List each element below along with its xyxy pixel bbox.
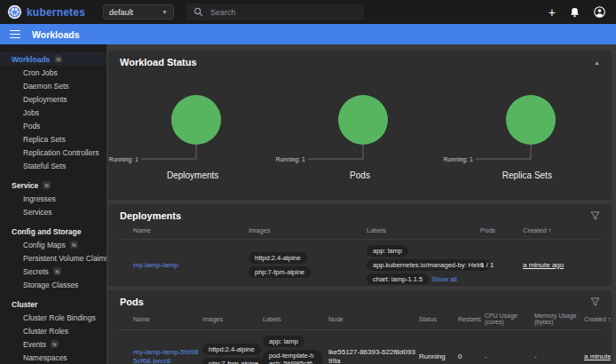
col-cpu-usage[interactable]: CPU Usage (cores) — [483, 308, 533, 329]
image-chip: httpd:2.4-alpine — [202, 344, 261, 355]
image-chip: php:7-fpm-alpine — [249, 266, 311, 278]
image-chip: php:7-fpm-alpine — [202, 358, 265, 364]
sidebar-item-cluster-roles[interactable]: Cluster Roles — [0, 324, 107, 337]
col-name[interactable]: Name — [131, 222, 247, 239]
collapse-icon[interactable]: ▲ — [594, 59, 600, 66]
namespaced-badge: N — [51, 340, 59, 348]
app-bar: Workloads — [0, 24, 616, 44]
menu-toggle-button[interactable] — [10, 30, 20, 39]
pods-running-label: Running: 1 — [276, 156, 305, 163]
sort-asc-icon: ↑ — [549, 226, 552, 234]
col-images[interactable]: Images — [201, 312, 261, 327]
col-name[interactable]: Name — [131, 312, 201, 327]
created-time: a minute ago — [521, 257, 602, 273]
image-chip: httpd:2.4-alpine — [249, 252, 307, 264]
label-chip: app.kubernetes.io/managed-by: Helm — [367, 259, 490, 271]
sidebar-item-events[interactable]: Events N — [0, 337, 107, 351]
pods-table-header: Name Images Labels Node Status Restarts … — [118, 308, 602, 330]
top-bar: kubernetes default ▼ + — [0, 0, 616, 24]
pods-card-title: Pods — [120, 297, 144, 307]
bell-icon — [570, 7, 580, 18]
sidebar-item-replication-controllers[interactable]: Replication Controllers — [0, 146, 107, 159]
pod-restarts: 0 — [456, 349, 483, 364]
deployments-status-chart: Running: 1 Deployments — [109, 70, 276, 180]
sidebar-item-service[interactable]: Service N — [0, 178, 107, 192]
show-all-labels-link[interactable]: Show all — [431, 275, 456, 283]
pod-memory-usage: - — [533, 349, 582, 364]
col-created[interactable]: Created ↑ — [582, 311, 611, 328]
search-icon — [193, 7, 203, 17]
label-chip: pod-template-hash: 5fd985cf68 — [263, 350, 322, 364]
sidebar-item-services[interactable]: Services — [0, 205, 107, 218]
pods-ratio: 1 / 1 — [478, 257, 521, 273]
col-node[interactable]: Node — [327, 312, 417, 327]
pods-status-chart: Running: 1 Pods — [276, 70, 443, 180]
sidebar-item-workloads[interactable]: Workloads N — [0, 52, 107, 66]
filter-icon[interactable] — [590, 211, 600, 220]
replica-sets-pie — [506, 95, 556, 145]
create-resource-button[interactable]: + — [549, 7, 556, 18]
pods-pie — [338, 95, 388, 145]
col-created[interactable]: Created ↑ — [521, 222, 602, 239]
notifications-button[interactable] — [570, 7, 580, 18]
pods-card: Pods Name Images Labels Node Status Rest… — [109, 290, 611, 364]
user-icon — [594, 6, 605, 18]
account-button[interactable] — [594, 6, 605, 18]
sidebar-section-cluster[interactable]: Cluster — [0, 297, 107, 311]
plus-icon: + — [549, 7, 556, 18]
sidebar-item-jobs[interactable]: Jobs — [0, 106, 107, 119]
sidebar-item-secrets[interactable]: Secrets N — [0, 265, 107, 278]
col-labels[interactable]: Labels — [261, 312, 327, 327]
replica-sets-running-label: Running: 1 — [444, 156, 473, 163]
deployments-card: Deployments Name Images Labels Pods Crea… — [109, 204, 611, 284]
main-content: Workload Status ▲ Running: 1 Deployments — [107, 44, 616, 364]
deployments-running-label: Running: 1 — [109, 156, 138, 163]
sidebar-item-persistent-volume-claims[interactable]: Persistent Volume Claims N — [0, 251, 107, 265]
col-memory-usage[interactable]: Memory Usage (bytes) — [533, 308, 582, 329]
col-status[interactable]: Status — [417, 312, 456, 327]
deployment-table-row[interactable]: my-lamp-lamp httpd:2.4-alpine php:7-fpm-… — [118, 240, 602, 284]
filter-icon[interactable] — [590, 297, 600, 306]
col-pods[interactable]: Pods — [478, 222, 521, 239]
sidebar-item-deployments[interactable]: Deployments — [0, 92, 107, 106]
search-box[interactable] — [186, 4, 364, 20]
pod-table-row[interactable]: my-lamp-lamp-5fd985cf68-jwvz8 httpd:2.4-… — [118, 330, 602, 364]
sidebar-item-config-maps[interactable]: Config Maps N — [0, 238, 107, 251]
workload-status-card: Workload Status ▲ Running: 1 Deployments — [109, 51, 611, 198]
label-chip: app: lamp — [263, 336, 304, 347]
sidebar-item-cron-jobs[interactable]: Cron Jobs — [0, 66, 107, 79]
workload-status-title: Workload Status — [120, 57, 197, 67]
pods-chart-title: Pods — [350, 170, 370, 180]
sidebar-item-stateful-sets[interactable]: Stateful Sets — [0, 159, 107, 172]
namespaced-badge: N — [43, 181, 51, 189]
sidebar-item-ingresses[interactable]: Ingresses — [0, 192, 107, 205]
col-restarts[interactable]: Restarts — [456, 312, 483, 327]
sidebar-section-config-and-storage[interactable]: Config and Storage — [0, 225, 107, 238]
sidebar-item-pods[interactable]: Pods — [0, 119, 107, 132]
kubernetes-logo-icon — [7, 4, 22, 20]
page-title: Workloads — [32, 29, 79, 40]
node-name: lke55127-86393-622f8d09399a — [327, 344, 417, 364]
sidebar-item-storage-classes[interactable]: Storage Classes — [0, 278, 107, 291]
search-input[interactable] — [210, 8, 344, 17]
label-chip: chart: lamp-1.1.5 — [367, 273, 429, 285]
namespace-selector[interactable]: default ▼ — [103, 4, 174, 20]
pod-cpu-usage: - — [483, 349, 533, 364]
created-time: a minute ago — [582, 349, 611, 364]
deployment-name-link[interactable]: my-lamp-lamp — [133, 261, 178, 269]
pod-name-link[interactable]: my-lamp-lamp-5fd985cf68-jwvz8 — [133, 348, 198, 364]
namespaced-badge: N — [53, 267, 61, 275]
replica-sets-status-chart: Running: 1 Replica Sets — [444, 70, 611, 180]
pod-status: Running — [417, 349, 456, 364]
kubernetes-brand[interactable]: kubernetes — [7, 4, 85, 20]
col-images[interactable]: Images — [247, 222, 365, 239]
chevron-down-icon: ▼ — [162, 9, 168, 15]
sidebar-item-replica-sets[interactable]: Replica Sets — [0, 132, 107, 146]
sidebar-item-namespaces[interactable]: Namespaces — [0, 351, 107, 364]
sort-asc-icon: ↑ — [608, 315, 611, 323]
topbar-actions: + — [549, 6, 605, 18]
sidebar-item-daemon-sets[interactable]: Daemon Sets — [0, 79, 107, 92]
replica-sets-chart-title: Replica Sets — [502, 170, 552, 180]
col-labels[interactable]: Labels — [365, 222, 478, 239]
sidebar-item-cluster-role-bindings[interactable]: Cluster Role Bindings — [0, 311, 107, 324]
